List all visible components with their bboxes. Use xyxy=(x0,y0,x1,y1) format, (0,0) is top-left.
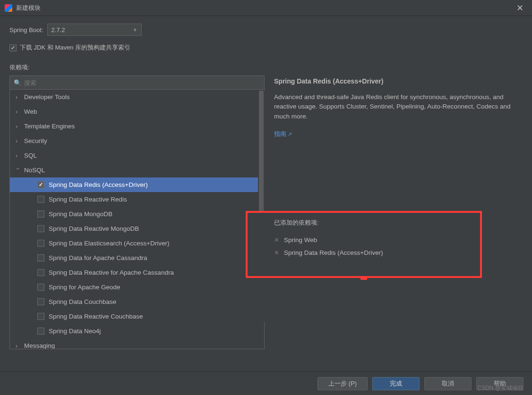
footer: 上一步 (P) 完成 取消 帮助 xyxy=(0,371,532,395)
springboot-selected: 2.7.2 xyxy=(51,26,65,34)
prev-button[interactable]: 上一步 (P) xyxy=(317,377,368,390)
tree-item[interactable]: Spring Data Neo4j xyxy=(10,324,264,338)
cancel-button[interactable]: 取消 xyxy=(424,377,472,390)
item-checkbox[interactable] xyxy=(37,328,44,335)
chevron-down-icon: ▼ xyxy=(133,27,137,33)
window-title: 新建模块 xyxy=(16,4,513,12)
tree-category[interactable]: ›Security xyxy=(10,134,264,148)
chevron-right-icon: › xyxy=(16,343,24,349)
close-icon[interactable]: ✕ xyxy=(513,2,527,14)
chevron-right-icon: › xyxy=(16,152,24,159)
item-checkbox[interactable] xyxy=(37,240,44,247)
item-checkbox[interactable] xyxy=(37,298,44,305)
tree-item[interactable]: Spring Data Reactive Couchbase xyxy=(10,309,264,324)
tree-category[interactable]: ›Template Engines xyxy=(10,119,264,134)
tree-item[interactable]: Spring Data Reactive Redis xyxy=(10,192,264,207)
added-item: ✕ Spring Data Redis (Access+Driver) xyxy=(274,246,473,259)
added-item: ✕ Spring Web xyxy=(274,234,473,246)
chevron-down-icon: › xyxy=(15,168,21,176)
item-checkbox[interactable] xyxy=(37,269,44,276)
tree-item[interactable]: Spring Data Reactive for Apache Cassandr… xyxy=(10,265,264,280)
tree-item[interactable]: Spring Data Couchbase xyxy=(10,294,264,309)
added-deps-box: 已添加的依赖项: ✕ Spring Web ✕ Spring Data Redi… xyxy=(246,211,482,278)
watermark: CSDN @安城倾目 xyxy=(477,384,523,392)
tree-item[interactable]: Spring Data Redis (Access+Driver) xyxy=(10,177,264,192)
springboot-select[interactable]: 2.7.2 ▼ xyxy=(47,24,142,36)
tree-item[interactable]: Spring Data MongoDB xyxy=(10,207,264,221)
item-checkbox[interactable] xyxy=(37,196,44,203)
item-checkbox[interactable] xyxy=(37,210,44,218)
chevron-right-icon: › xyxy=(16,109,24,115)
search-box[interactable]: 🔍 xyxy=(9,76,265,90)
tree-category-nosql[interactable]: ›NoSQL xyxy=(10,163,264,177)
tree-category[interactable]: ›SQL xyxy=(10,148,264,163)
springboot-label: Spring Boot: xyxy=(9,26,43,34)
chevron-right-icon: › xyxy=(16,138,24,144)
item-checkbox[interactable] xyxy=(37,313,44,320)
remove-icon[interactable]: ✕ xyxy=(274,249,279,256)
deps-tree-panel: 🔍 ›Developer Tools ›Web ›Template Engine… xyxy=(9,76,265,349)
search-input[interactable] xyxy=(24,79,260,86)
tree-item[interactable]: Spring Data for Apache Cassandra xyxy=(10,251,264,265)
deps-label: 依赖项: xyxy=(9,63,523,72)
guide-link[interactable]: 指南 xyxy=(274,130,523,138)
item-checkbox[interactable] xyxy=(37,284,44,291)
item-checkbox[interactable] xyxy=(37,254,44,261)
deps-tree: ›Developer Tools ›Web ›Template Engines … xyxy=(9,90,265,349)
finish-button[interactable]: 完成 xyxy=(372,377,420,390)
remove-icon[interactable]: ✕ xyxy=(274,236,279,244)
detail-panel: Spring Data Redis (Access+Driver) Advanc… xyxy=(274,76,523,349)
scrollbar[interactable] xyxy=(258,91,265,322)
annotation-handle xyxy=(360,276,367,280)
intellij-icon xyxy=(5,4,12,12)
download-label: 下载 JDK 和 Maven 库的预构建共享索引 xyxy=(20,43,130,52)
item-checkbox[interactable] xyxy=(37,181,44,188)
search-icon: 🔍 xyxy=(14,79,21,86)
added-title: 已添加的依赖项: xyxy=(274,219,473,227)
detail-title: Spring Data Redis (Access+Driver) xyxy=(274,77,523,85)
download-checkbox[interactable] xyxy=(9,44,17,51)
tree-item[interactable]: Spring Data Reactive MongoDB xyxy=(10,221,264,236)
titlebar: 新建模块 ✕ xyxy=(0,0,532,16)
chevron-right-icon: › xyxy=(16,94,24,101)
tree-category[interactable]: ›Developer Tools xyxy=(10,90,264,104)
tree-category[interactable]: ›Messaging xyxy=(10,338,264,349)
chevron-right-icon: › xyxy=(16,123,24,130)
tree-item[interactable]: Spring Data Elasticsearch (Access+Driver… xyxy=(10,236,264,251)
detail-description: Advanced and thread-safe Java Redis clie… xyxy=(274,92,523,121)
tree-category[interactable]: ›Web xyxy=(10,104,264,119)
tree-item[interactable]: Spring for Apache Geode xyxy=(10,280,264,294)
item-checkbox[interactable] xyxy=(37,225,44,232)
